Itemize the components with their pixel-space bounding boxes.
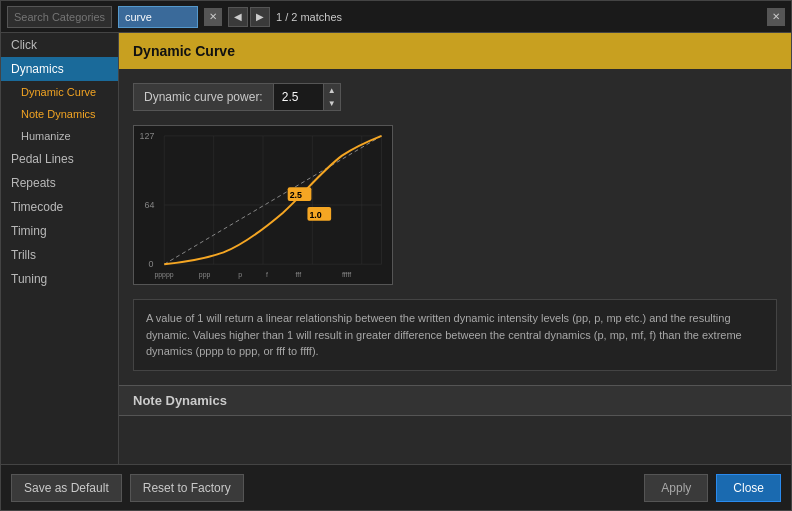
content-area: Dynamic Curve Dynamic curve power: 2.5 ▲… (119, 33, 791, 464)
sidebar: Click Dynamics Dynamic Curve Note Dynami… (1, 33, 119, 464)
apply-button[interactable]: Apply (644, 474, 708, 502)
section-title: Dynamic Curve (133, 43, 235, 59)
svg-text:p: p (238, 271, 242, 279)
svg-text:127: 127 (140, 131, 155, 141)
power-value: 2.5 (273, 83, 323, 111)
spinner-down-button[interactable]: ▼ (324, 97, 340, 110)
svg-text:fff: fff (296, 271, 302, 278)
sidebar-item-click[interactable]: Click (1, 33, 118, 57)
svg-text:0: 0 (148, 259, 153, 269)
description-text: A value of 1 will return a linear relati… (133, 299, 777, 371)
sidebar-item-humanize[interactable]: Humanize (1, 125, 118, 147)
search-bar: ✕ ◀ ▶ 1 / 2 matches ✕ (1, 1, 791, 33)
sidebar-item-timing[interactable]: Timing (1, 219, 118, 243)
svg-text:2.5: 2.5 (290, 190, 302, 200)
sidebar-item-tuning[interactable]: Tuning (1, 267, 118, 291)
svg-text:fffff: fffff (342, 271, 351, 278)
sidebar-item-note-dynamics[interactable]: Note Dynamics (1, 103, 118, 125)
bottom-bar: Save as Default Reset to Factory Apply C… (1, 464, 791, 510)
nav-arrows: ◀ ▶ (228, 7, 270, 27)
svg-text:64: 64 (145, 200, 155, 210)
reset-factory-button[interactable]: Reset to Factory (130, 474, 244, 502)
power-spinners: ▲ ▼ (323, 83, 341, 111)
section-content: Dynamic curve power: 2.5 ▲ ▼ (119, 69, 791, 464)
sidebar-item-dynamics[interactable]: Dynamics (1, 57, 118, 81)
sidebar-item-pedal-lines[interactable]: Pedal Lines (1, 147, 118, 171)
search-text-input[interactable] (118, 6, 198, 28)
svg-text:ppppp: ppppp (154, 271, 173, 279)
nav-prev-button[interactable]: ◀ (228, 7, 248, 27)
sidebar-item-repeats[interactable]: Repeats (1, 171, 118, 195)
note-dynamics-header: Note Dynamics (119, 385, 791, 416)
nav-next-button[interactable]: ▶ (250, 7, 270, 27)
search-categories-input[interactable] (7, 6, 112, 28)
power-control: Dynamic curve power: 2.5 ▲ ▼ (133, 83, 777, 111)
power-label: Dynamic curve power: (133, 83, 273, 111)
app-container: ✕ ◀ ▶ 1 / 2 matches ✕ Click Dynamics Dyn… (0, 0, 792, 511)
save-default-button[interactable]: Save as Default (11, 474, 122, 502)
chart-container: 127 64 0 ppppp ppp p f fff fffff (133, 125, 393, 285)
svg-text:f: f (266, 271, 268, 278)
svg-text:1.0: 1.0 (309, 210, 321, 220)
sidebar-item-trills[interactable]: Trills (1, 243, 118, 267)
sidebar-item-timecode[interactable]: Timecode (1, 195, 118, 219)
main-content: Click Dynamics Dynamic Curve Note Dynami… (1, 33, 791, 464)
spinner-up-button[interactable]: ▲ (324, 84, 340, 97)
sidebar-item-dynamic-curve[interactable]: Dynamic Curve (1, 81, 118, 103)
dynamics-chart: 127 64 0 ppppp ppp p f fff fffff (134, 126, 392, 284)
svg-text:ppp: ppp (199, 271, 211, 279)
match-count: 1 / 2 matches (276, 11, 342, 23)
search-close-button[interactable]: ✕ (767, 8, 785, 26)
section-header: Dynamic Curve (119, 33, 791, 69)
search-clear-button[interactable]: ✕ (204, 8, 222, 26)
close-button[interactable]: Close (716, 474, 781, 502)
